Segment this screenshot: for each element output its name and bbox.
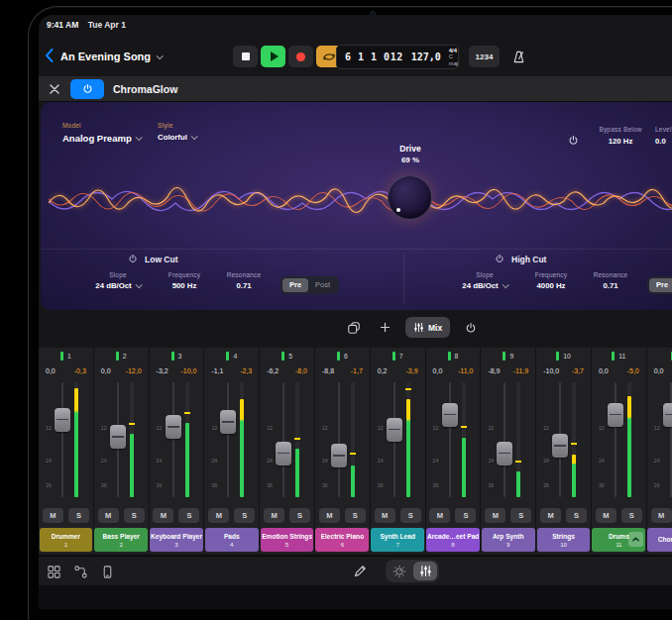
mute-button[interactable]: M: [540, 508, 561, 523]
solo-button[interactable]: S: [178, 508, 199, 523]
channel-header[interactable]: [647, 348, 672, 363]
plugin-power-toggle[interactable]: [70, 79, 104, 99]
bypass-below-value[interactable]: 120 Hz: [609, 137, 633, 146]
channel-strip[interactable]: 4 -1,1 -2,3 122436 M S Pads 4: [204, 348, 260, 554]
channel-header[interactable]: 5: [260, 348, 314, 363]
channel-strip[interactable]: 6 -8,8 -1,7 122436 M S Electric Piano 6: [315, 348, 371, 554]
solo-button[interactable]: S: [455, 508, 476, 523]
solo-button[interactable]: S: [68, 508, 89, 523]
close-button[interactable]: [48, 82, 61, 96]
knob-view-button[interactable]: [388, 562, 411, 580]
channel-header[interactable]: 10: [536, 348, 591, 363]
lcd-display[interactable]: 6 1 1 012 127,0 4/4 C maj: [336, 45, 459, 69]
expand-stack-button[interactable]: [628, 532, 643, 547]
channel-header[interactable]: 3: [150, 348, 204, 363]
song-title-menu[interactable]: An Evening Song: [60, 37, 162, 76]
cells-button[interactable]: [45, 563, 62, 580]
mute-button[interactable]: M: [153, 508, 173, 523]
low-cut-power-button[interactable]: [128, 254, 138, 265]
fader-handle[interactable]: [55, 408, 70, 432]
channel-strip[interactable]: 8 0,0 -11,0 122436 M S Arcade…eet Pad 8: [426, 348, 482, 554]
solo-button[interactable]: S: [345, 508, 366, 523]
track-name-tag[interactable]: Electric Piano 6: [315, 528, 369, 552]
style-value[interactable]: Colorful: [158, 133, 196, 142]
channel-header[interactable]: 1: [39, 348, 93, 363]
back-button[interactable]: [45, 49, 54, 66]
track-name-tag[interactable]: Chorus Vo: [647, 528, 672, 552]
mute-button[interactable]: M: [596, 508, 616, 523]
solo-button[interactable]: S: [621, 508, 642, 523]
metronome-button[interactable]: [505, 46, 531, 67]
fader-handle[interactable]: [663, 403, 672, 427]
pre-button[interactable]: Pre: [282, 278, 308, 292]
channel-strip[interactable]: 10 -10,0 -3,7 122436 M S Strings 10: [536, 348, 592, 554]
drive-knob[interactable]: [388, 175, 432, 220]
track-name-tag[interactable]: Bass Player 2: [94, 528, 148, 552]
pre-button[interactable]: Pre: [649, 278, 672, 292]
record-button[interactable]: [288, 46, 313, 67]
mix-button[interactable]: Mix: [405, 317, 450, 338]
mute-button[interactable]: M: [375, 508, 395, 523]
track-name-tag[interactable]: Keyboard Player 3: [150, 528, 203, 552]
mixer-view-button[interactable]: [413, 562, 437, 580]
fader-handle[interactable]: [110, 425, 126, 449]
solo-button[interactable]: S: [289, 508, 310, 523]
mute-button[interactable]: M: [98, 508, 119, 523]
high-cut-power-button[interactable]: [495, 254, 504, 265]
channel-strip[interactable]: 0,0 122436 M S Chorus Vo: [647, 348, 672, 554]
frequency-value[interactable]: 500 Hz: [154, 281, 215, 290]
channel-strip[interactable]: 7 0,2 -3,9 122436 M S Synth Lead 7: [371, 348, 426, 554]
solo-button[interactable]: S: [510, 508, 531, 523]
mute-button[interactable]: M: [319, 508, 340, 523]
track-name-tag[interactable]: Synth Lead 7: [371, 528, 424, 552]
track-name-tag[interactable]: Emotion Strings 5: [261, 528, 314, 552]
channel-strip[interactable]: 2 0,0 -12,0 122436 M S Bass Player 2: [94, 348, 150, 554]
channel-strip[interactable]: 11 0,0 -5,0 122436 M S Drums 11: [592, 348, 647, 554]
solo-button[interactable]: S: [124, 508, 145, 523]
fader-handle[interactable]: [442, 403, 458, 427]
channel-header[interactable]: 7: [371, 348, 425, 363]
track-name-tag[interactable]: Drummer 1: [40, 528, 93, 552]
resonance-value[interactable]: 0.71: [582, 281, 639, 290]
fader-handle[interactable]: [276, 442, 291, 465]
fader-handle[interactable]: [497, 442, 512, 465]
add-button[interactable]: [374, 317, 396, 338]
solo-button[interactable]: S: [400, 508, 421, 523]
fader-handle[interactable]: [220, 410, 236, 434]
solo-button[interactable]: S: [234, 508, 255, 523]
resonance-value[interactable]: 0.71: [215, 281, 273, 290]
mixer-power-button[interactable]: [459, 317, 482, 338]
channel-header[interactable]: 4: [204, 348, 259, 363]
channel-strip[interactable]: 3 -3,2 -10,0 122436 M S Keyboard Player …: [150, 348, 205, 554]
mute-button[interactable]: M: [485, 508, 505, 523]
device-button[interactable]: [98, 563, 116, 580]
mute-button[interactable]: M: [208, 508, 229, 523]
routing-button[interactable]: [71, 563, 89, 580]
channel-header[interactable]: 2: [94, 348, 149, 363]
fader-handle[interactable]: [331, 444, 347, 467]
track-name-tag[interactable]: Arcade…eet Pad 8: [426, 528, 480, 552]
post-button[interactable]: Post: [308, 278, 337, 292]
edit-button[interactable]: [350, 562, 370, 581]
mute-button[interactable]: M: [651, 508, 672, 523]
frequency-value[interactable]: 4000 Hz: [520, 281, 582, 290]
stop-button[interactable]: [233, 46, 258, 67]
level-value[interactable]: 0.0: [655, 137, 672, 146]
duplicate-button[interactable]: [342, 317, 365, 338]
channel-header[interactable]: 8: [426, 348, 481, 363]
mute-button[interactable]: M: [43, 508, 63, 523]
fader-handle[interactable]: [166, 415, 181, 439]
bypass-power-button[interactable]: [568, 132, 579, 150]
slope-value[interactable]: 24 dB/Oct: [449, 281, 520, 290]
play-button[interactable]: [261, 46, 285, 67]
fader-handle[interactable]: [387, 418, 402, 442]
count-in-button[interactable]: 1234: [469, 46, 500, 67]
channel-strip[interactable]: 9 -8,9 -11,9 122436 M S Arp Synth 9: [481, 348, 536, 554]
slope-value[interactable]: 24 dB/Oct: [82, 281, 154, 290]
solo-button[interactable]: S: [566, 508, 587, 523]
track-name-tag[interactable]: Arp Synth 9: [482, 528, 535, 552]
track-name-tag[interactable]: Pads 4: [205, 528, 259, 552]
channel-header[interactable]: 6: [315, 348, 370, 363]
channel-strip[interactable]: 5 -6,2 -8,0 122436 M S Emotion Strings 5: [260, 348, 315, 554]
mute-button[interactable]: M: [264, 508, 284, 523]
